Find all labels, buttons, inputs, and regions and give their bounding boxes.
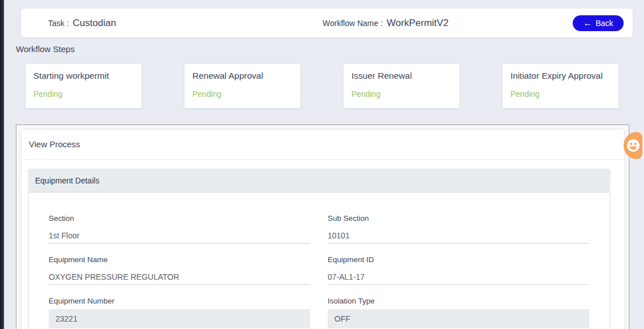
field-label: Isolation Type [328, 297, 589, 305]
field-label: Section [49, 214, 310, 223]
page: Task : Custodian Workflow Name : WorkPer… [0, 0, 644, 329]
view-process-card: View Process Equipment Details Section 1… [22, 130, 624, 329]
task-label: Task : [48, 19, 69, 28]
view-process-header: View Process [22, 130, 624, 160]
workflow-name: Workflow Name : WorkPermitV2 [323, 8, 449, 37]
field-equipment-id: Equipment ID 07-AL1-17 [328, 255, 589, 285]
field-label: Equipment ID [328, 255, 589, 264]
sidebar-edge [0, 0, 4, 329]
step-status-badge: Pending [33, 89, 134, 99]
field-value-readonly: 23221 [49, 309, 310, 328]
field-value-readonly: OFF [328, 309, 589, 328]
step-name: Renewal Approval [192, 71, 293, 81]
field-sub-section: Sub Section 10101 [328, 214, 589, 243]
field-value-input[interactable]: 10101 [328, 231, 589, 243]
back-button-label: Back [595, 19, 613, 28]
workflow-steps: Starting workpermit Pending Renewal Appr… [25, 64, 619, 108]
step-name: Starting workpermit [33, 71, 134, 81]
field-label: Sub Section [328, 214, 589, 223]
step-status-badge: Pending [351, 89, 452, 99]
view-process-panel: View Process Equipment Details Section 1… [16, 125, 629, 329]
step-name: Issuer Renewal [351, 71, 452, 81]
step-card-issuer-renewal: Issuer Renewal Pending [344, 64, 460, 108]
field-value-input[interactable]: 07-AL1-17 [328, 272, 589, 285]
field-label: Equipment Name [49, 255, 310, 264]
task-title: Task : Custodian [48, 8, 116, 37]
step-status-badge: Pending [510, 89, 611, 99]
equipment-details-header: Equipment Details [29, 169, 609, 193]
accessibility-smiley-icon [626, 139, 640, 152]
task-value: Custodian [73, 18, 117, 29]
step-status-badge: Pending [192, 89, 293, 99]
field-equipment-name: Equipment Name OXYGEN PRESSURE REGULATOR [49, 255, 310, 285]
field-value-input[interactable]: OXYGEN PRESSURE REGULATOR [49, 272, 310, 285]
field-value-input[interactable]: 1st Floor [49, 231, 310, 243]
field-section: Section 1st Floor [49, 214, 310, 243]
step-card-renewal-approval: Renewal Approval Pending [184, 64, 300, 108]
workflow-name-label: Workflow Name : [323, 19, 383, 28]
workflow-steps-title: Workflow Steps [16, 44, 75, 54]
back-button[interactable]: ← Back [573, 15, 624, 31]
back-arrow-icon: ← [583, 19, 592, 28]
equipment-details-form: Section 1st Floor Sub Section 10101 Equi… [29, 193, 609, 329]
step-card-initiator-expiry-approval: Initiator Expiry Approval Pending [503, 64, 619, 108]
step-name: Initiator Expiry Approval [510, 71, 611, 81]
field-isolation-type: Isolation Type OFF [328, 297, 589, 328]
view-process-body: Equipment Details Section 1st Floor Sub … [22, 160, 624, 329]
workflow-name-value: WorkPermitV2 [387, 18, 448, 29]
field-label: Equipment Number [49, 297, 310, 305]
header-bar: Task : Custodian Workflow Name : WorkPer… [21, 8, 633, 37]
equipment-details-panel: Equipment Details Section 1st Floor Sub … [28, 169, 610, 329]
field-equipment-number: Equipment Number 23221 [49, 297, 310, 328]
step-card-starting-workpermit: Starting workpermit Pending [25, 64, 141, 108]
